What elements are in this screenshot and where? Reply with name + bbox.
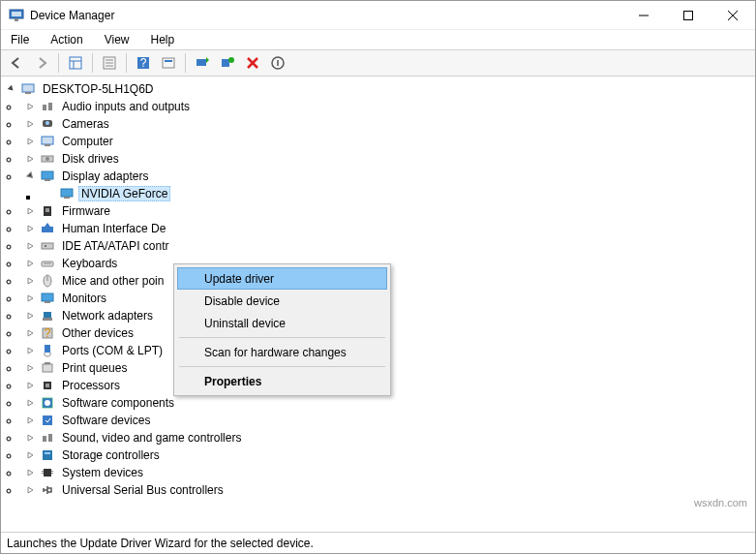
expand-icon[interactable] [24,152,38,166]
maximize-button[interactable] [666,1,711,30]
category-icon [40,430,55,446]
show-hide-tree-button[interactable] [64,52,87,74]
category-icon [40,482,55,498]
expand-icon[interactable] [24,292,38,305]
context-update-driver[interactable]: Update driver [177,267,387,290]
category-icon [40,273,55,289]
context-properties[interactable]: Properties [177,370,387,392]
expand-icon[interactable] [24,117,38,131]
category-icon [40,360,55,376]
expand-icon[interactable] [24,169,38,183]
svg-rect-25 [48,103,52,110]
svg-rect-2 [15,18,18,21]
svg-rect-61 [43,450,52,460]
category-label: Computer [59,134,116,149]
context-scan-hardware[interactable]: Scan for hardware changes [177,341,387,363]
context-menu: Update driver Disable device Uninstall d… [173,263,391,396]
category-label: Print queues [59,360,130,376]
expand-icon[interactable] [24,466,38,479]
tree-category[interactable]: Disk drives [20,150,755,168]
svg-rect-22 [22,84,34,92]
tree-category[interactable]: IDE ATA/ATAPI contr [20,237,755,255]
expand-icon[interactable] [24,257,38,270]
expand-icon[interactable] [24,222,38,235]
menu-help[interactable]: Help [147,31,179,48]
category-icon: ? [40,325,55,341]
category-icon [40,151,55,167]
tree-category[interactable]: Human Interface De [20,220,755,237]
expand-icon[interactable] [5,82,18,96]
expand-icon[interactable] [24,431,38,445]
disable-button[interactable] [266,52,289,74]
expand-icon[interactable] [24,379,38,392]
tree-root[interactable]: DESKTOP-5LH1Q6D [1,80,755,98]
uninstall-button[interactable] [241,52,264,74]
device-label: NVIDIA GeForce [78,186,170,201]
scan-hardware-button[interactable] [216,52,239,74]
help-button[interactable]: ? [132,52,155,74]
svg-text:?: ? [140,56,147,70]
tree-category[interactable]: Software devices [20,412,755,429]
category-label: Display adapters [59,169,151,184]
expand-icon[interactable] [24,309,38,323]
properties-button[interactable] [98,52,121,74]
tree-category[interactable]: Universal Serial Bus controllers [20,481,755,499]
action-button[interactable] [157,52,180,74]
category-label: Universal Serial Bus controllers [59,482,227,498]
tree-device[interactable]: NVIDIA GeForce [40,185,755,202]
expand-icon[interactable] [24,361,38,375]
expand-icon[interactable] [24,414,38,427]
category-icon [40,413,55,428]
svg-rect-66 [51,471,53,472]
svg-rect-4 [684,11,693,19]
expand-icon[interactable] [24,239,38,253]
context-disable-device[interactable]: Disable device [177,290,387,312]
menu-file[interactable]: File [7,31,33,48]
expand-icon[interactable] [24,204,38,218]
svg-rect-52 [43,364,52,372]
tree-category[interactable]: System devices [20,464,755,481]
category-label: Firmware [59,203,113,219]
expand-icon[interactable] [24,396,38,410]
expand-icon[interactable] [24,483,38,497]
expand-icon[interactable] [24,274,38,288]
device-manager-icon [9,8,24,23]
device-tree[interactable]: DESKTOP-5LH1Q6D Audio inputs and outputs… [1,77,755,532]
category-label: Cameras [59,116,112,132]
context-uninstall-device[interactable]: Uninstall device [177,312,387,334]
category-label: Sound, video and game controllers [59,430,244,446]
svg-point-27 [45,121,49,125]
forward-button[interactable] [30,52,53,74]
expand-icon[interactable] [24,135,38,148]
tree-category[interactable]: Display adapters [20,168,755,185]
category-icon [40,308,55,323]
tree-category[interactable]: Audio inputs and outputs [20,98,755,115]
tree-category[interactable]: Sound, video and game controllers [20,429,755,446]
back-button[interactable] [5,52,28,74]
tree-category[interactable]: Software components [20,394,755,412]
update-driver-button[interactable] [191,52,214,74]
expand-icon[interactable] [24,448,38,462]
tree-category[interactable]: Storage controllers [20,446,755,464]
svg-rect-60 [48,434,52,442]
svg-rect-7 [70,57,81,69]
category-label: Software devices [59,413,153,428]
expand-icon[interactable] [24,100,38,113]
close-button[interactable] [711,1,755,30]
svg-rect-16 [163,58,174,68]
svg-rect-32 [42,171,53,179]
tree-category[interactable]: Cameras [20,115,755,133]
svg-rect-58 [43,416,52,425]
svg-rect-48 [43,318,52,321]
menu-action[interactable]: Action [46,31,86,48]
category-icon [40,99,55,114]
category-icon [40,343,55,358]
expand-icon[interactable] [24,326,38,340]
tree-category[interactable]: Firmware [20,202,755,220]
svg-point-40 [45,245,46,247]
menu-view[interactable]: View [101,31,134,48]
minimize-button[interactable] [621,1,666,30]
tree-category[interactable]: Computer [20,133,755,150]
expand-icon[interactable] [24,344,38,357]
svg-rect-24 [43,105,46,110]
